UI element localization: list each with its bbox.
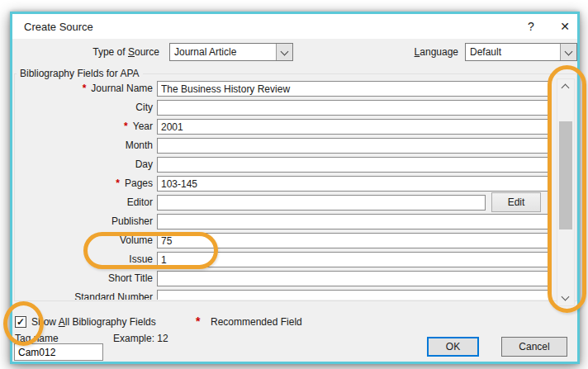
chevron-down-icon: [562, 293, 570, 301]
journal-name-input[interactable]: [157, 81, 549, 97]
field-label: City: [135, 102, 153, 113]
language-dropdown-button[interactable]: [560, 44, 576, 60]
ok-button[interactable]: OK: [427, 337, 479, 357]
month-input[interactable]: [157, 138, 549, 154]
field-row: *Pages: [15, 176, 577, 192]
field-label: Year: [133, 121, 153, 132]
required-asterisk: *: [83, 83, 87, 94]
language-value: Default: [470, 46, 501, 58]
bibliography-group-label: Bibliography Fields for APA: [17, 68, 143, 79]
field-label: Editor: [127, 196, 153, 208]
field-row: Month: [15, 138, 577, 154]
field-label: Day: [135, 158, 153, 170]
city-input[interactable]: [157, 100, 549, 116]
type-of-source-value: Journal Article: [174, 46, 236, 58]
recommended-field-label: Recommended Field: [211, 316, 302, 328]
field-label: Publisher: [111, 215, 153, 227]
vertical-scrollbar[interactable]: [557, 78, 575, 306]
scroll-down-button[interactable]: [557, 291, 574, 305]
edit-button[interactable]: Edit: [491, 192, 541, 212]
chevron-down-icon: [565, 48, 573, 56]
chevron-up-icon: [562, 84, 570, 92]
scroll-up-button[interactable]: [557, 79, 574, 93]
field-row: *Year: [15, 119, 577, 135]
type-of-source-dropdown[interactable]: Journal Article: [169, 43, 293, 61]
required-asterisk: *: [116, 177, 120, 189]
scrollbar-thumb[interactable]: [559, 121, 572, 229]
short-title-input[interactable]: [157, 271, 549, 286]
field-row: Issue: [15, 252, 577, 267]
language-dropdown[interactable]: Default: [465, 43, 577, 61]
day-input[interactable]: [157, 157, 549, 173]
required-asterisk: *: [124, 121, 128, 132]
pages-input[interactable]: [157, 176, 549, 192]
field-row: Day: [15, 157, 577, 173]
type-of-source-dropdown-button[interactable]: [276, 44, 292, 60]
field-label: Short Title: [108, 272, 153, 284]
field-row: *Journal Name: [15, 81, 577, 97]
field-row: Standard Number: [15, 290, 577, 300]
close-icon[interactable]: ✕: [552, 17, 578, 35]
editor-input[interactable]: [157, 195, 486, 211]
show-all-fields-label: Show All Bibliography Fields: [31, 316, 156, 328]
help-icon[interactable]: ?: [518, 17, 544, 35]
field-row: Publisher: [15, 214, 577, 229]
field-label: Standard Number: [74, 291, 153, 300]
field-label: Volume: [120, 234, 153, 246]
dialog-title: Create Source: [24, 21, 93, 33]
tag-name-input[interactable]: [14, 343, 103, 361]
language-label: Language: [376, 46, 458, 58]
volume-input[interactable]: [157, 233, 549, 248]
chevron-down-icon: [281, 48, 289, 56]
cancel-button[interactable]: Cancel: [501, 337, 567, 357]
standard-number-input[interactable]: [157, 290, 549, 300]
issue-input[interactable]: [157, 252, 549, 267]
recommended-asterisk: *: [196, 315, 200, 328]
publisher-input[interactable]: [157, 214, 549, 229]
tag-name-label: Tag name: [15, 333, 59, 344]
field-label: Journal Name: [91, 83, 153, 94]
year-input[interactable]: [157, 119, 549, 135]
title-bar: Create Source ? ✕: [12, 14, 577, 39]
type-of-source-label: Type of Source: [45, 46, 159, 58]
field-label: Issue: [129, 253, 153, 265]
example-label: Example: 12: [113, 333, 168, 344]
field-row: City: [15, 100, 577, 116]
field-label: Month: [126, 140, 153, 151]
fields-scroll-area: *Journal Name City *Year Month Day *Page…: [15, 75, 577, 300]
field-row: Volume: [15, 233, 577, 248]
field-row: Short Title: [15, 271, 577, 286]
field-label: Pages: [125, 177, 153, 189]
create-source-dialog: Create Source ? ✕ Type of Source Journal…: [10, 12, 580, 364]
show-all-fields-checkbox[interactable]: ✓: [15, 316, 26, 328]
